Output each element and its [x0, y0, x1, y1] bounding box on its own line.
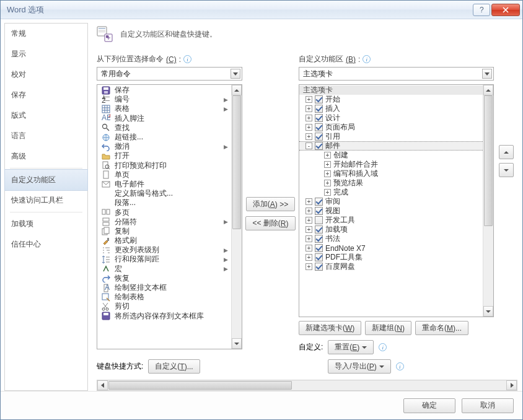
sidebar-item[interactable]: 校对	[5, 64, 87, 85]
scroll-down-button[interactable]	[483, 306, 493, 317]
scroll-right-button[interactable]	[506, 380, 517, 390]
tree-node[interactable]: +开始	[299, 95, 483, 104]
tree-checkbox[interactable]	[315, 198, 323, 206]
vertical-scrollbar[interactable]	[483, 85, 493, 317]
tree-expand-icon[interactable]: +	[305, 105, 312, 112]
close-button[interactable]	[491, 4, 520, 16]
tree-node[interactable]: +设计	[299, 113, 483, 123]
commands-listbox[interactable]: 保存12编号▶表格▶AB1插入脚注查找超链接...撤消▶打开打印预览和打印单页电…	[97, 84, 242, 349]
command-list-item[interactable]: 宏▶	[97, 265, 231, 274]
tree-expand-icon[interactable]: +	[324, 180, 331, 186]
info-icon[interactable]: i	[363, 55, 371, 63]
sidebar-item[interactable]: 版式	[5, 105, 87, 126]
command-list-item[interactable]: 分隔符▶	[97, 217, 231, 227]
command-list-item[interactable]: 电子邮件	[97, 180, 231, 189]
command-list-item[interactable]: 查找	[97, 123, 231, 133]
tree-node[interactable]: +加载项	[299, 225, 483, 234]
sidebar-item[interactable]: 快速访问工具栏	[5, 190, 87, 211]
tree-node[interactable]: +页面布局	[299, 123, 483, 132]
tree-node[interactable]: +开始邮件合并	[299, 160, 483, 169]
rename-button[interactable]: 重命名(M)...	[415, 321, 468, 335]
info-icon[interactable]: i	[396, 362, 404, 370]
scroll-up-button[interactable]	[232, 85, 242, 95]
import-export-dropdown-button[interactable]: 导入/导出(P)	[328, 359, 390, 374]
command-list-item[interactable]: AB1插入脚注	[97, 114, 231, 123]
tree-checkbox[interactable]	[315, 133, 323, 141]
remove-button[interactable]: << 删除(R)	[245, 216, 295, 230]
tree-checkbox[interactable]	[315, 235, 323, 243]
ok-button[interactable]: 确定	[403, 398, 455, 413]
tree-expand-icon[interactable]: +	[305, 198, 312, 205]
sidebar-item[interactable]: 高级	[5, 146, 87, 167]
command-list-item[interactable]: 恢复	[97, 274, 231, 283]
sidebar-item[interactable]: 加载项	[5, 214, 87, 234]
tree-node[interactable]: +预览结果	[299, 178, 483, 188]
tree-expand-icon[interactable]: +	[305, 217, 312, 224]
command-list-item[interactable]: 将所选内容保存到文本框库	[97, 312, 231, 321]
tree-checkbox[interactable]	[315, 142, 323, 150]
command-list-item[interactable]: 撤消▶	[97, 142, 231, 151]
info-icon[interactable]: i	[183, 55, 191, 63]
tree-checkbox[interactable]	[315, 225, 323, 234]
tree-node[interactable]: +百度网盘	[299, 262, 483, 271]
tree-expand-icon[interactable]: +	[324, 161, 331, 168]
scroll-down-button[interactable]	[232, 338, 242, 349]
tree-node[interactable]: +EndNote X7	[299, 243, 483, 253]
scroll-up-button[interactable]	[483, 85, 493, 95]
tree-node[interactable]: +编写和插入域	[299, 169, 483, 178]
ribbon-tree[interactable]: 主选项卡+开始+插入+设计+页面布局+引用-邮件+创建+开始邮件合并+编写和插入…	[299, 84, 494, 317]
command-list-item[interactable]: 表格▶	[97, 104, 231, 113]
tree-expand-icon[interactable]: +	[305, 96, 312, 103]
command-list-item[interactable]: A绘制竖排文本框	[97, 283, 231, 292]
customize-keyboard-button[interactable]: 自定义(T)...	[148, 359, 200, 374]
sidebar-item[interactable]: 常规	[5, 24, 87, 44]
horizontal-scrollbar[interactable]	[97, 380, 517, 391]
tree-node[interactable]: +书法	[299, 234, 483, 243]
tree-expand-icon[interactable]: +	[324, 152, 331, 159]
scroll-left-button[interactable]	[97, 380, 108, 390]
tree-checkbox[interactable]	[315, 216, 323, 224]
command-list-item[interactable]: 格式刷	[97, 236, 231, 245]
cancel-button[interactable]: 取消	[462, 398, 514, 413]
move-down-button[interactable]	[499, 163, 514, 177]
tree-expand-icon[interactable]: +	[305, 263, 312, 270]
command-list-item[interactable]: 定义新编号格式...	[97, 189, 231, 198]
tree-node[interactable]: +完成	[299, 188, 483, 197]
tree-node[interactable]: +开发工具	[299, 216, 483, 225]
tree-node[interactable]: +PDF工具集	[299, 253, 483, 262]
tree-expand-icon[interactable]: +	[305, 208, 312, 214]
command-list-item[interactable]: 12编号▶	[97, 95, 231, 104]
new-group-button[interactable]: 新建组(N)	[365, 321, 411, 335]
tree-checkbox[interactable]	[315, 244, 323, 252]
command-list-item[interactable]: 复制	[97, 227, 231, 236]
tree-checkbox[interactable]	[315, 105, 323, 113]
command-list-item[interactable]: 单页	[97, 170, 231, 180]
tree-expand-icon[interactable]: +	[324, 189, 331, 196]
vertical-scrollbar[interactable]	[231, 85, 242, 349]
tree-expand-icon[interactable]: +	[305, 124, 312, 131]
command-list-item[interactable]: 打印预览和打印	[97, 161, 231, 170]
tree-node[interactable]: -邮件	[299, 141, 483, 151]
tree-expand-icon[interactable]: +	[305, 254, 312, 261]
commands-source-combo[interactable]: 常用命令	[97, 67, 242, 81]
tree-node[interactable]: +插入	[299, 104, 483, 113]
tree-expand-icon[interactable]: -	[305, 142, 312, 149]
command-list-item[interactable]: 段落...	[97, 198, 231, 208]
command-list-item[interactable]: 更改列表级别▶	[97, 245, 231, 255]
tree-node[interactable]: +创建	[299, 151, 483, 160]
new-tab-button[interactable]: 新建选项卡(W)	[299, 321, 361, 335]
sidebar-item[interactable]: 自定义功能区	[4, 169, 88, 191]
tree-expand-icon[interactable]: +	[324, 170, 331, 177]
command-list-item[interactable]: 超链接...	[97, 133, 231, 142]
info-icon[interactable]: i	[379, 343, 387, 351]
help-button[interactable]: ?	[473, 4, 490, 16]
command-list-item[interactable]: 行和段落间距▶	[97, 255, 231, 264]
sidebar-item[interactable]: 信任中心	[5, 234, 87, 255]
ribbon-target-combo[interactable]: 主选项卡	[299, 67, 494, 81]
move-up-button[interactable]	[499, 145, 514, 159]
sidebar-item[interactable]: 保存	[5, 85, 87, 105]
sidebar-item[interactable]: 显示	[5, 44, 87, 64]
tree-expand-icon[interactable]: +	[305, 235, 312, 242]
add-button[interactable]: 添加(A) >>	[246, 197, 295, 211]
tree-checkbox[interactable]	[315, 114, 323, 122]
